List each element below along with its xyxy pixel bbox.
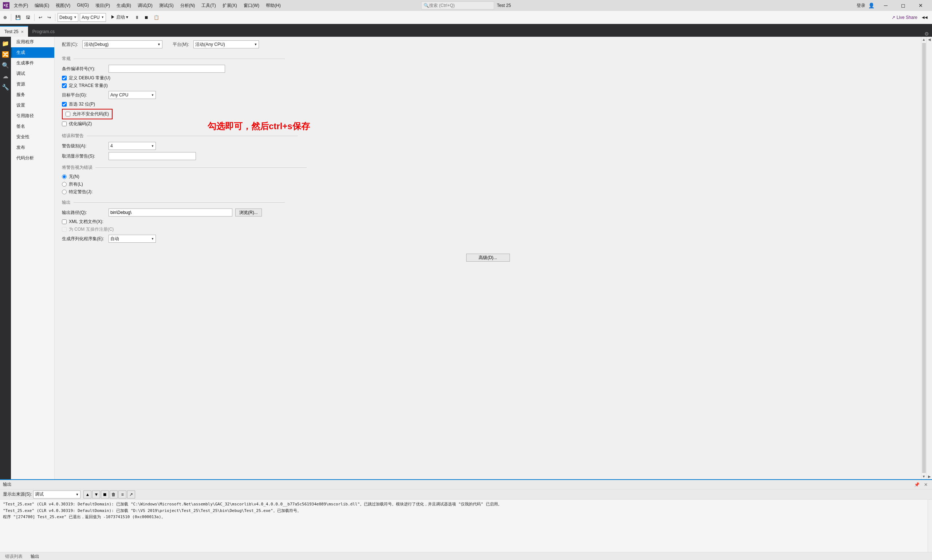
treat-warnings-section-title: 将警告视为错误 [62,165,914,171]
nav-services[interactable]: 服务 [11,89,54,100]
nav-ref-paths[interactable]: 引用路径 [11,111,54,121]
warning-level-dropdown[interactable]: 4 ▼ [108,142,156,150]
xml-doc-checkbox[interactable] [62,219,66,224]
serialization-dropdown[interactable]: 自动 ▼ [108,235,156,243]
menu-test[interactable]: 测试(S) [156,2,177,9]
output-stop-btn[interactable]: ⏹ [101,491,109,498]
menu-file[interactable]: 文件(F) [11,2,31,9]
nav-debug[interactable]: 调试 [11,68,54,79]
tools-sidebar-icon[interactable]: 🔧 [0,82,11,92]
config-value: 活动(Debug) [84,42,108,48]
panel-collapse-icon[interactable]: ◀ [928,37,931,42]
save-all-button[interactable]: 🖫 [24,14,32,21]
pause-button[interactable]: ⏸ [133,14,141,21]
output-path-row: 输出路径(Q): 浏览(R)... [62,209,914,217]
menu-project[interactable]: 项目(P) [93,2,113,9]
prefer32bit-checkbox[interactable] [62,102,66,107]
nav-app[interactable]: 应用程序 [11,37,54,47]
cpu-mode-dropdown[interactable]: Any CPU ▼ [80,13,106,22]
output-up-btn[interactable]: ▲ [83,491,91,498]
define-trace-checkbox[interactable] [62,83,66,88]
browse-button[interactable]: 浏览(R)... [235,209,262,217]
scroll-up-arrow[interactable]: ▲ [922,37,926,42]
nav-settings[interactable]: 设置 [11,100,54,111]
menu-edit[interactable]: 编辑(E) [32,2,52,9]
output-clear-btn[interactable]: 🗑 [110,491,118,498]
menu-debug[interactable]: 调试(D) [135,2,156,9]
menu-extensions[interactable]: 扩展(X) [220,2,240,9]
tab-test25-close[interactable]: ✕ [21,30,24,34]
new-project-button[interactable]: ⊕ [2,14,9,21]
nav-resources[interactable]: 资源 [11,79,54,89]
tab-gear-icon[interactable]: ⚙ [923,31,930,37]
target-platform-dropdown[interactable]: Any CPU ▼ [108,91,156,99]
menu-tools[interactable]: 工具(T) [199,2,219,9]
nav-publish[interactable]: 发布 [11,142,54,153]
pin-icon[interactable]: 📌 [913,482,921,487]
save-button[interactable]: 💾 [14,14,23,21]
scroll-down-arrow[interactable]: ▼ [922,474,926,478]
login-button[interactable]: 登录 [856,3,866,9]
search-input[interactable] [429,3,487,8]
platform-dropdown[interactable]: 活动(Any CPU) ▼ [193,40,259,48]
cloud-icon[interactable]: ☁ [0,71,11,81]
toolbar-extra[interactable]: 📋 [152,14,161,21]
restore-button[interactable]: ◻ [895,0,912,11]
optimize-checkbox[interactable] [62,122,66,126]
target-platform-row: 目标平台(G): Any CPU ▼ [62,91,914,99]
tab-program[interactable]: Program.cs [28,26,59,37]
sidebar-icons: 📁 🔀 🔍 ☁ 🔧 [0,37,11,479]
xml-doc-row: XML 文档文件(X): [62,219,914,225]
config-dropdown[interactable]: 活动(Debug) ▼ [82,40,162,48]
stop-button[interactable]: ⏹ [142,14,150,21]
suppress-warnings-input[interactable] [108,152,196,160]
search-box[interactable]: 🔍 [421,2,494,9]
panel-expand-icon[interactable]: ▶ [928,474,931,478]
nav-security[interactable]: 安全性 [11,132,54,142]
undo-button[interactable]: ↩ [37,14,44,21]
collapse-right-btn[interactable]: ◀◀ [920,15,929,20]
live-share-button[interactable]: ↗ Live Share [889,14,920,21]
nav-signing[interactable]: 签名 [11,121,54,132]
run-button[interactable]: ▶ 启动 ▾ [108,13,132,22]
right-scrollbar[interactable]: ▲ ▼ [921,37,926,479]
redo-button[interactable]: ↪ [46,14,53,21]
output-down-btn[interactable]: ▼ [92,491,100,498]
menu-view[interactable]: 视图(V) [53,2,73,9]
debug-mode-label: Debug [59,15,72,20]
close-panel-button[interactable]: ✕ [923,482,929,487]
output-word-wrap-btn[interactable]: ≡ [118,491,127,498]
debug-mode-dropdown[interactable]: Debug ▼ [57,13,78,22]
menu-git[interactable]: Git(G) [74,2,92,9]
search-sidebar-icon[interactable]: 🔍 [0,60,11,70]
tab-test25[interactable]: Test 25 ✕ [0,26,28,37]
all-radio[interactable] [62,182,66,187]
annotation-container: 勾选即可，然后ctrl+s保存 [208,120,310,132]
advanced-button[interactable]: 高级(D)... [466,254,510,262]
conditional-input[interactable] [108,65,225,73]
nav-code-analysis[interactable]: 代码分析 [11,153,54,163]
platform-label: 平台(M): [173,42,189,48]
minimize-button[interactable]: ─ [877,0,894,11]
output-path-input[interactable] [108,209,232,217]
close-button[interactable]: ✕ [912,0,929,11]
source-select[interactable]: 调试 ▼ [33,491,80,498]
specific-radio[interactable] [62,189,66,194]
tab-output[interactable]: 输出 [27,553,43,560]
nav-build-events[interactable]: 生成事件 [11,58,54,68]
menu-analyze[interactable]: 分析(N) [177,2,198,9]
menu-build[interactable]: 生成(B) [114,2,134,9]
git-icon[interactable]: 🔀 [0,49,11,59]
menu-help[interactable]: 帮助(H) [263,2,284,9]
tab-area: Test 25 ✕ Program.cs ⚙ [0,24,932,37]
output-open-btn[interactable]: ↗ [127,491,135,498]
scroll-thumb[interactable] [922,43,926,473]
tab-errors[interactable]: 错误列表 [2,553,26,560]
output-scrollbar[interactable] [927,500,932,552]
nav-build[interactable]: 生成 [11,47,54,58]
menu-window[interactable]: 窗口(W) [241,2,262,9]
allow-unsafe-checkbox[interactable] [66,112,70,117]
none-radio[interactable] [62,174,66,179]
solution-explorer-icon[interactable]: 📁 [0,38,11,48]
define-debug-checkbox[interactable] [62,76,66,80]
